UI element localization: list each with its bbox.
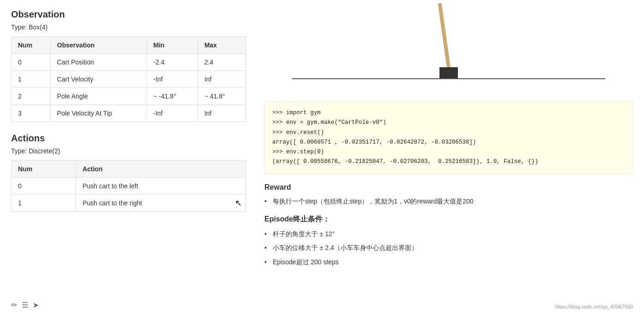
observation-type: Type: Box(4): [11, 23, 246, 31]
obs-col-num: Num: [12, 37, 51, 54]
act-col-action: Action: [76, 161, 246, 178]
csdn-link: https://blog.csdn.net/qq_42067550: [555, 304, 633, 309]
list-item: 杆子的角度大于 ± 12°: [264, 229, 633, 239]
actions-table: Num Action 0 Push cart to the left 1 Pus…: [11, 160, 246, 212]
list-item: 小车的位移大于 ± 2.4（小车车身中心点超出界面）: [264, 243, 633, 253]
act-num: 1: [12, 195, 76, 212]
observation-heading: Observation: [11, 9, 246, 20]
actions-type: Type: Discrete(2): [11, 147, 246, 155]
obs-name: Pole Angle: [50, 88, 146, 105]
left-panel: Observation Type: Box(4) Num Observation…: [11, 9, 246, 271]
cart: [439, 67, 458, 78]
actions-heading: Actions: [11, 133, 246, 144]
list-item: Episode超过 200 steps: [264, 257, 633, 267]
obs-min: ~ -41.8°: [146, 88, 198, 105]
obs-col-observation: Observation: [50, 37, 146, 54]
obs-min: -2.4: [146, 54, 198, 71]
obs-min: -Inf: [146, 71, 198, 88]
obs-max: 2.4: [198, 54, 246, 71]
table-row: 0 Push cart to the left: [12, 178, 246, 195]
episode-section: Episode终止条件： 杆子的角度大于 ± 12°小车的位移大于 ± 2.4（…: [264, 215, 633, 267]
table-row: 1 Cart Velocity -Inf Inf: [12, 71, 246, 88]
list-item: 每执行一个step（包括终止step），奖励为1，v0的reward最大值是20…: [264, 196, 633, 206]
table-row: 3 Pole Velocity At Tip -Inf Inf: [12, 105, 246, 122]
episode-heading: Episode终止条件：: [264, 215, 633, 224]
act-col-num: Num: [12, 161, 76, 178]
reward-section: Reward 每执行一个step（包括终止step），奖励为1，v0的rewar…: [264, 183, 633, 206]
cartpole-visualization: [264, 9, 633, 101]
list-icon[interactable]: ☰: [22, 301, 28, 309]
edit-icon[interactable]: ✏: [11, 301, 17, 309]
table-row: 1 Push cart to the right: [12, 195, 246, 212]
observation-table: Num Observation Min Max 0 Cart Position …: [11, 36, 246, 122]
bottom-bar: ✏ ☰ ➤: [11, 301, 39, 309]
obs-num: 0: [12, 54, 51, 71]
obs-col-max: Max: [198, 37, 246, 54]
act-action: Push cart to the right: [76, 195, 246, 212]
obs-max: Inf: [198, 105, 246, 122]
obs-min: -Inf: [146, 105, 198, 122]
act-num: 0: [12, 178, 76, 195]
episode-bullets: 杆子的角度大于 ± 12°小车的位移大于 ± 2.4（小车车身中心点超出界面）E…: [264, 229, 633, 267]
reward-bullets: 每执行一个step（包括终止step），奖励为1，v0的reward最大值是20…: [264, 196, 633, 206]
act-action: Push cart to the left: [76, 178, 246, 195]
obs-name: Pole Velocity At Tip: [50, 105, 146, 122]
obs-name: Cart Position: [50, 54, 146, 71]
obs-col-min: Min: [146, 37, 198, 54]
obs-num: 1: [12, 71, 51, 88]
obs-max: Inf: [198, 71, 246, 88]
table-row: 2 Pole Angle ~ -41.8° ~ 41.8°: [12, 88, 246, 105]
table-row: 0 Cart Position -2.4 2.4: [12, 54, 246, 71]
track-line: [292, 78, 605, 79]
obs-name: Cart Velocity: [50, 71, 146, 88]
code-block: >>> import gym >>> env = gym.make("CartP…: [264, 101, 633, 174]
obs-num: 2: [12, 88, 51, 105]
right-panel: >>> import gym >>> env = gym.make("CartP…: [264, 9, 633, 271]
share-icon[interactable]: ➤: [33, 301, 39, 309]
pole: [438, 3, 451, 68]
obs-max: ~ 41.8°: [198, 88, 246, 105]
reward-heading: Reward: [264, 183, 633, 192]
obs-num: 3: [12, 105, 51, 122]
